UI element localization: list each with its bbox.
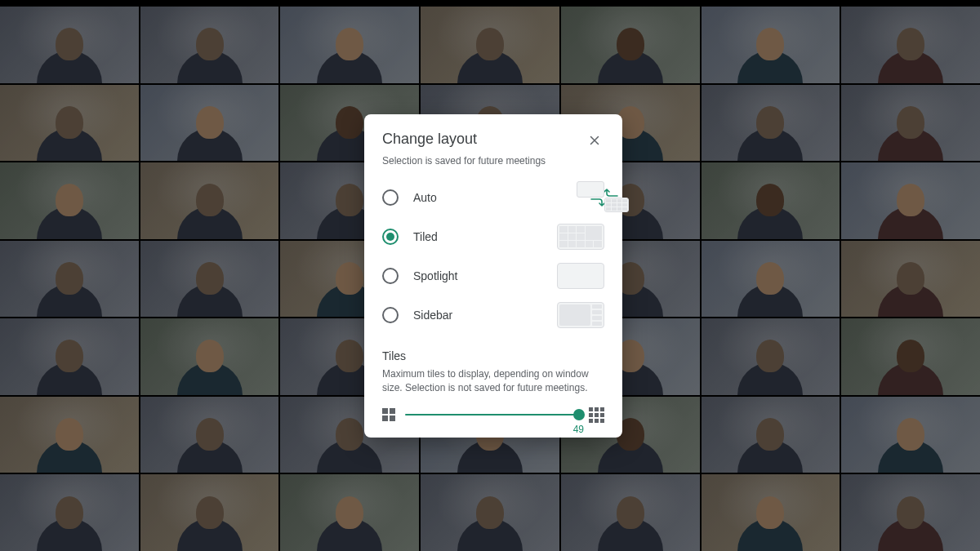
participant-tile [0,397,139,473]
layout-option-auto[interactable]: Auto [382,178,604,217]
radio-icon [382,189,399,206]
participant-tile [140,85,279,162]
participant-tile [702,474,840,551]
participant-tile [841,474,980,551]
tiles-section-heading: Tiles [382,349,604,362]
dialog-title: Change layout [382,131,477,148]
participant-tile [0,474,139,551]
more-tiles-icon [589,407,604,423]
layout-option-tiled[interactable]: Tiled [382,217,604,256]
participant-tile [140,162,279,239]
change-layout-dialog: Change layout Selection is saved for fut… [364,114,622,438]
participant-tile [841,7,980,83]
participant-tile [140,7,279,83]
participant-tile [841,318,980,395]
radio-icon [382,229,399,245]
participant-tile [280,7,419,83]
layout-thumbnail-tiled [557,224,604,250]
close-icon [587,133,602,148]
layout-thumbnail-sidebar [557,302,604,328]
tiles-slider[interactable]: 49 [405,414,579,415]
option-label: Spotlight [413,269,557,282]
participant-tile [841,85,980,162]
participant-tile [561,7,700,83]
slider-thumb[interactable] [573,409,585,420]
participant-tile [702,7,840,83]
participant-tile [421,474,559,551]
participant-tile [140,474,279,551]
participant-tile [0,162,139,239]
participant-tile [702,162,840,239]
participant-tile [561,474,700,551]
participant-tile [0,7,139,83]
dialog-subtitle: Selection is saved for future meetings [382,155,604,167]
participant-tile [0,85,139,162]
participant-tile [841,397,980,473]
participant-tile [841,241,980,318]
participant-tile [140,397,279,473]
option-label: Sidebar [413,309,557,322]
close-button[interactable] [585,131,604,150]
participant-tile [0,318,139,395]
participant-tile [421,7,559,83]
layout-option-spotlight[interactable]: Spotlight [382,256,604,295]
participant-tile [702,241,840,318]
tiles-section-description: Maximum tiles to display, depending on w… [382,367,604,396]
participant-tile [140,241,279,318]
participant-tile [0,241,139,318]
participant-tile [841,162,980,239]
layout-options: Auto Tiled Spotlight [382,178,604,335]
layout-thumbnail-spotlight [557,263,604,289]
participant-tile [280,474,419,551]
radio-icon [382,268,399,284]
participant-tile [702,318,840,395]
radio-icon [382,307,399,323]
participant-tile [702,85,840,162]
option-label: Auto [413,191,604,204]
option-label: Tiled [413,230,557,243]
slider-value: 49 [573,424,584,435]
layout-option-sidebar[interactable]: Sidebar [382,295,604,335]
participant-tile [140,318,279,395]
fewer-tiles-icon [382,408,395,421]
participant-tile [702,397,840,473]
